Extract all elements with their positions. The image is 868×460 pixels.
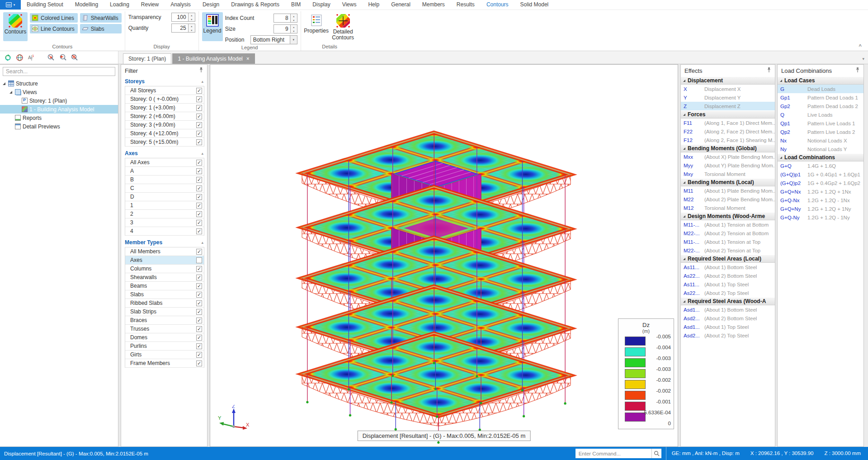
- zoom-previous-button[interactable]: [58, 53, 67, 62]
- checkbox[interactable]: [196, 139, 202, 145]
- filter-row[interactable]: A: [125, 167, 204, 175]
- filter-row[interactable]: All Storeys: [125, 86, 204, 95]
- building-3d-model[interactable]: [210, 65, 678, 447]
- quantity-spinner[interactable]: 25 ▴▾: [171, 24, 195, 33]
- right-scroll-strip[interactable]: [864, 64, 868, 447]
- effect-row[interactable]: Qp1Pattern Live Loads 1: [778, 119, 863, 128]
- tree-item[interactable]: Views: [0, 88, 118, 96]
- menu-tab[interactable]: Results: [451, 0, 481, 9]
- effect-row[interactable]: Gp2Pattern Dead Loads 2: [778, 102, 863, 110]
- checkbox[interactable]: [196, 194, 202, 200]
- size-spinner[interactable]: 9 ▴▾: [274, 24, 297, 33]
- transparency-value[interactable]: 100: [171, 13, 189, 22]
- filter-row[interactable]: All Members: [125, 247, 204, 256]
- checkbox[interactable]: [196, 203, 202, 209]
- zoom-window-button[interactable]: [47, 53, 55, 62]
- effect-row[interactable]: ZDisplacement Z: [681, 102, 775, 110]
- effect-row[interactable]: As11...(About 1) Bottom Steel: [681, 263, 775, 271]
- menu-tab[interactable]: Drawings & Reports: [225, 0, 285, 9]
- effect-row[interactable]: (G+Q)p11G + 0.4Gp1 + 1.6Qp1: [778, 170, 863, 179]
- checkbox[interactable]: [196, 228, 202, 234]
- colored-lines-button[interactable]: Colored Lines: [30, 13, 78, 23]
- filter-row[interactable]: Shearwalls: [125, 273, 204, 282]
- filter-row[interactable]: 2: [125, 210, 204, 218]
- ribbon-collapse-chevron[interactable]: ^: [859, 43, 862, 49]
- checkbox[interactable]: [196, 105, 202, 111]
- checkbox[interactable]: [196, 168, 202, 174]
- effect-row[interactable]: G+Q1.4G + 1.6Q: [778, 161, 863, 170]
- panel-section-header[interactable]: Load Cases: [778, 76, 863, 85]
- effect-row[interactable]: Gp1Pattern Dead Loads 1: [778, 93, 863, 102]
- checkbox[interactable]: [196, 185, 202, 191]
- menu-tab[interactable]: Contours: [481, 0, 514, 9]
- checkbox[interactable]: [196, 122, 202, 128]
- chevron-down-icon[interactable]: ▾: [290, 35, 297, 44]
- filter-row[interactable]: D: [125, 193, 204, 201]
- effect-row[interactable]: G+Q-Nx1.2G + 1.2Q - 1Nx: [778, 196, 863, 204]
- effect-row[interactable]: Mxx(About X) Plate Bending Mom...: [681, 152, 775, 161]
- filter-row[interactable]: Storey: 4 (+12.00m): [125, 129, 204, 138]
- checkbox[interactable]: [196, 177, 202, 183]
- checkbox[interactable]: [196, 343, 202, 349]
- menu-tab[interactable]: Solid Model: [514, 0, 555, 9]
- tree-item[interactable]: Structure: [0, 79, 118, 88]
- menu-tab[interactable]: Design: [197, 0, 225, 9]
- expander-icon[interactable]: [2, 82, 6, 85]
- effect-row[interactable]: As22...(About 2) Bottom Steel: [681, 271, 775, 280]
- effect-row[interactable]: G+Q-Ny1.2G + 1.2Q - 1Ny: [778, 213, 863, 222]
- index-count-value[interactable]: 8: [274, 14, 291, 23]
- tree-item[interactable]: Reports: [0, 114, 118, 122]
- checkbox[interactable]: [196, 249, 202, 255]
- effect-row[interactable]: YDisplacement Y: [681, 93, 775, 102]
- filter-row[interactable]: 3: [125, 218, 204, 227]
- transparency-spinner[interactable]: 100 ▴▾: [171, 13, 195, 22]
- effect-row[interactable]: Myy(About Y) Plate Bending Mom...: [681, 161, 775, 170]
- effect-row[interactable]: NyNotional Loads Y: [778, 145, 863, 153]
- effect-row[interactable]: Asd1...(About 1) Top Steel: [681, 322, 775, 331]
- checkbox[interactable]: [196, 275, 202, 280]
- checkbox[interactable]: [196, 292, 202, 298]
- checkbox[interactable]: [196, 335, 202, 341]
- filter-row[interactable]: Purlins: [125, 342, 204, 351]
- checkbox[interactable]: [196, 318, 202, 323]
- checkbox[interactable]: [196, 326, 202, 332]
- expander-icon[interactable]: [9, 91, 13, 94]
- effect-row[interactable]: G+Q+Ny1.2G + 1.2Q + 1Ny: [778, 204, 863, 213]
- spin-up-icon[interactable]: ▴: [291, 14, 297, 18]
- pin-icon[interactable]: [855, 67, 860, 74]
- checkbox[interactable]: [196, 360, 202, 366]
- filter-row[interactable]: B: [125, 175, 204, 184]
- checkbox[interactable]: [196, 96, 202, 102]
- filter-row[interactable]: Slabs: [125, 290, 204, 299]
- index-count-spinner[interactable]: 8 ▴▾: [274, 14, 297, 23]
- collapse-icon[interactable]: ▴: [201, 151, 204, 156]
- menu-tab[interactable]: Modelling: [69, 0, 104, 9]
- detailed-contours-button[interactable]: Detailed Contours: [331, 12, 355, 42]
- pin-icon[interactable]: [199, 67, 203, 74]
- filter-row[interactable]: All Axes: [125, 158, 204, 167]
- filter-row[interactable]: Storey: 3 (+9.00m): [125, 121, 204, 129]
- menu-tab[interactable]: Members: [416, 0, 451, 9]
- effect-row[interactable]: M22-...(About 2) Tension at Top: [681, 246, 775, 255]
- legend-button[interactable]: Legend: [202, 12, 223, 41]
- panel-section-header[interactable]: Design Moments (Wood-Arme: [681, 212, 775, 220]
- menu-tab[interactable]: Building Setout: [21, 0, 69, 9]
- filter-row[interactable]: 1: [125, 201, 204, 210]
- spin-up-icon[interactable]: ▴: [189, 24, 195, 28]
- filter-row[interactable]: Ribbed Slabs: [125, 299, 204, 308]
- filter-row[interactable]: Braces: [125, 316, 204, 325]
- filter-row[interactable]: Storey: 1 (+3.00m): [125, 104, 204, 112]
- checkbox[interactable]: [196, 160, 202, 166]
- tree-item[interactable]: Storey: 1 (Plan): [0, 96, 118, 105]
- effect-row[interactable]: M11-...(About 1) Tension at Top: [681, 237, 775, 246]
- panel-section-header[interactable]: Bending Moments (Local): [681, 178, 775, 186]
- effect-row[interactable]: M11(About 1) Plate Bending Mom...: [681, 186, 775, 195]
- effect-row[interactable]: F22(Along 2, Face 2) Direct Mem...: [681, 127, 775, 136]
- checkbox[interactable]: [196, 131, 202, 137]
- refresh-button[interactable]: [4, 53, 12, 62]
- filter-row[interactable]: Storey: 0 ( +-0.00m): [125, 95, 204, 104]
- spin-down-icon[interactable]: ▾: [291, 18, 297, 22]
- filter-row[interactable]: C: [125, 184, 204, 193]
- panel-section-header[interactable]: Forces: [681, 110, 775, 119]
- properties-button[interactable]: Properties: [304, 12, 329, 41]
